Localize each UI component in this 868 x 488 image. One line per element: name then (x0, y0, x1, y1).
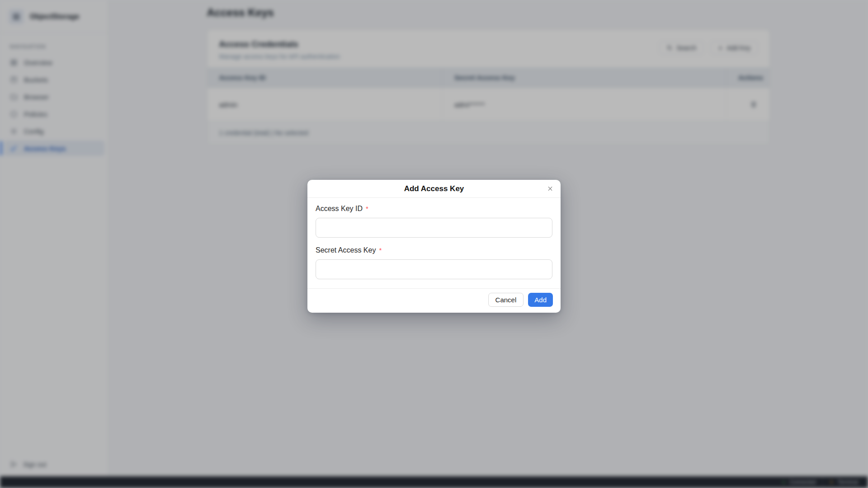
secret-access-key-label: Secret Access Key (316, 246, 376, 254)
modal-overlay: Add Access Key Access Key ID * Secret Ac… (0, 0, 868, 488)
required-marker: * (379, 246, 382, 254)
access-key-id-label: Access Key ID (316, 205, 363, 213)
access-key-id-field-group: Access Key ID * (316, 205, 552, 238)
add-access-key-modal: Add Access Key Access Key ID * Secret Ac… (307, 180, 561, 313)
cancel-button[interactable]: Cancel (488, 293, 524, 307)
modal-title: Add Access Key (404, 184, 464, 193)
add-button[interactable]: Add (528, 293, 553, 307)
required-marker: * (366, 205, 368, 212)
access-key-id-input[interactable] (316, 218, 552, 238)
close-icon[interactable] (544, 183, 556, 195)
secret-access-key-input[interactable] (316, 259, 552, 279)
secret-access-key-field-group: Secret Access Key * (316, 246, 552, 279)
